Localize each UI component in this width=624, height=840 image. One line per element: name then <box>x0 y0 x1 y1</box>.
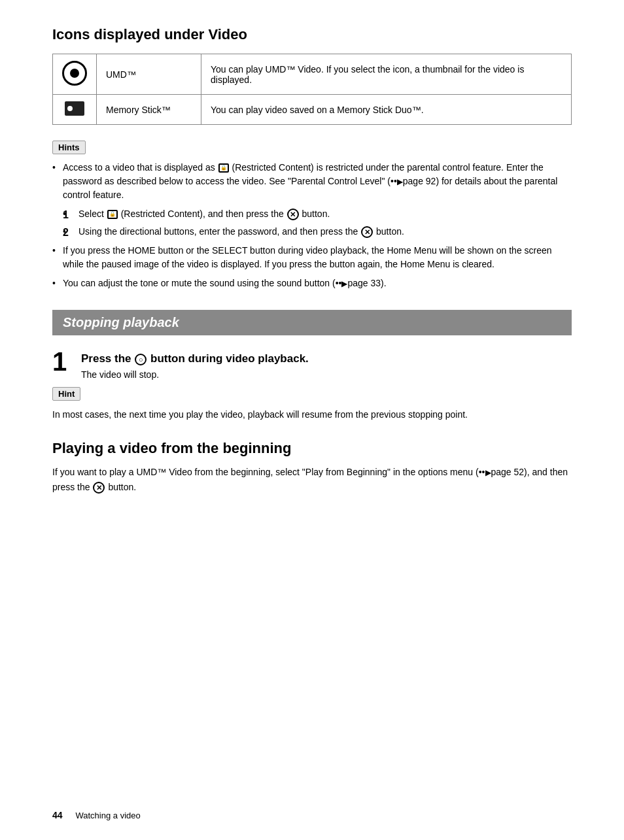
icon-table: UMD™ You can play UMD™ Video. If you sel… <box>52 54 572 125</box>
circle-button-stop: ○ <box>135 354 147 365</box>
umd-icon <box>62 61 87 86</box>
arrow-ref-1: ▶ <box>397 177 403 186</box>
step-main-1: 1 Press the ○ button during video playba… <box>52 348 572 382</box>
name-cell-umd: UMD™ <box>97 54 201 95</box>
stopping-section: Stopping playback 1 Press the ○ button d… <box>52 310 572 422</box>
page-footer-label: Watching a video <box>75 811 140 820</box>
restricted-step-2-text: Using the directional buttons, enter the… <box>78 226 404 237</box>
playing-text-before: If you want to play a UMD™ Video from th… <box>52 467 485 477</box>
x-button-step2: ✕ <box>361 226 373 238</box>
hint-bullet-2: If you press the HOME button or the SELE… <box>52 244 572 271</box>
step-title-text-before: Press the <box>81 352 131 365</box>
hint-bullet-1: Access to a video that is displayed as (… <box>52 161 572 239</box>
step-body-1: The video will stop. <box>81 368 309 382</box>
umd-desc: You can play UMD™ Video. If you select t… <box>211 64 524 85</box>
memory-desc: You can play video saved on a Memory Sti… <box>211 105 424 115</box>
icon-cell-umd <box>53 54 97 95</box>
step-title-1: Press the ○ button during video playback… <box>81 352 309 365</box>
icons-section-title: Icons displayed under Video <box>52 26 572 43</box>
page-footer: 44 Watching a video <box>52 810 141 820</box>
step-content-1: Press the ○ button during video playback… <box>81 348 309 382</box>
table-row: Memory Stick™ You can play video saved o… <box>53 95 572 125</box>
memory-stick-icon <box>65 101 84 116</box>
hints-label: Hints <box>52 141 86 154</box>
hint-bullet-3: You can adjust the tone or mute the soun… <box>52 277 572 290</box>
hint-text-3: You can adjust the tone or mute the soun… <box>63 278 387 288</box>
restricted-step-1-text: Select (Restricted Content), and then pr… <box>78 209 330 219</box>
name-cell-memory: Memory Stick™ <box>97 95 201 125</box>
desc-cell-memory: You can play video saved on a Memory Sti… <box>201 95 572 125</box>
umd-label: UMD™ <box>106 69 136 80</box>
page-number: 44 <box>52 810 63 820</box>
step-num-1: 1 <box>63 207 69 223</box>
icon-cell-memory <box>53 95 97 125</box>
restricted-step-1: 1 Select (Restricted Content), and then … <box>63 207 572 221</box>
playing-arrow-ref: ▶ <box>485 468 491 477</box>
playing-section: Playing a video from the beginning If yo… <box>52 440 572 494</box>
desc-cell-umd: You can play UMD™ Video. If you select t… <box>201 54 572 95</box>
restricted-content-icon-inline <box>218 163 229 173</box>
step-title-text-after: button during video playback. <box>150 352 309 365</box>
table-row: UMD™ You can play UMD™ Video. If you sel… <box>53 54 572 95</box>
playing-title: Playing a video from the beginning <box>52 440 572 457</box>
arrow-ref-2: ▶ <box>341 279 347 288</box>
hint-label: Hint <box>52 387 80 401</box>
hint-text: In most cases, the next time you play th… <box>52 407 572 422</box>
hint-section: Hint In most cases, the next time you pl… <box>52 387 572 422</box>
hints-section: Hints Access to a video that is displaye… <box>52 141 572 290</box>
hint-text-1: Access to a video that is displayed as (… <box>63 162 557 200</box>
playing-text: If you want to play a UMD™ Video from th… <box>52 465 572 494</box>
step-num-2: 2 <box>63 225 69 241</box>
restricted-step-2: 2 Using the directional buttons, enter t… <box>63 225 572 239</box>
playing-text-end: button. <box>108 482 136 492</box>
icons-section: Icons displayed under Video UMD™ You can… <box>52 26 572 125</box>
x-button-step1: ✕ <box>287 209 299 220</box>
restricted-icon-step1 <box>107 210 118 219</box>
step-large-number: 1 <box>52 348 72 375</box>
hint-text-2: If you press the HOME button or the SELE… <box>63 245 552 269</box>
hints-bullet-list: Access to a video that is displayed as (… <box>52 161 572 290</box>
stopping-header: Stopping playback <box>52 310 572 335</box>
restricted-steps: 1 Select (Restricted Content), and then … <box>63 207 572 239</box>
x-button-playing: ✕ <box>93 482 105 494</box>
memory-label: Memory Stick™ <box>106 105 171 115</box>
